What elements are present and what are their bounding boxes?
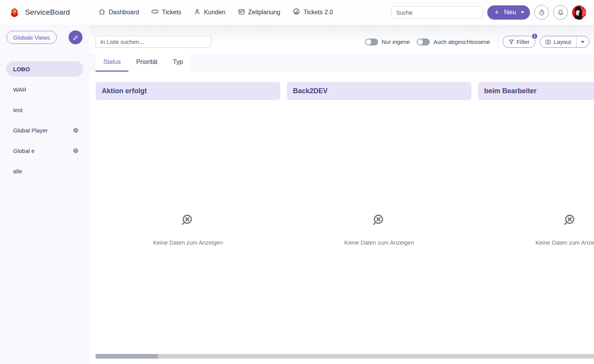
empty-state: Keine Daten zum Anzeigen — [478, 213, 594, 246]
column-title: beim Bearbeiter — [484, 87, 537, 95]
grouping-tabs: Status Priorität Typ — [96, 54, 190, 72]
no-data-icon — [180, 213, 195, 229]
horizontal-scrollbar[interactable] — [96, 354, 594, 359]
kanban-board[interactable]: Aktion erfolgt Keine Daten zum Anzeigen … — [96, 82, 594, 336]
view-item-war[interactable]: WAR — [6, 82, 83, 97]
nav-item-dashboard[interactable]: Dashboard — [98, 8, 139, 17]
no-data-text: Keine Daten zum Anzeigen — [344, 239, 414, 246]
nav-label: Tickets 2.0 — [303, 9, 333, 16]
column-title: Back2DEV — [293, 87, 328, 95]
global-views-button[interactable]: Globale Views — [7, 31, 57, 44]
top-navbar: ServiceBoard Dashboard Tickets Kunden Ze… — [0, 0, 594, 25]
main-content: Nur eigene Auch abgeschlossene Filter 1 — [89, 25, 594, 364]
ticket-icon — [151, 8, 159, 17]
column-header[interactable]: Aktion erfolgt — [96, 82, 280, 100]
no-data-text: Keine Daten zum Anzeigen — [153, 239, 223, 246]
main-nav: Dashboard Tickets Kunden Zeitplanung Tic… — [98, 8, 333, 17]
column-header[interactable]: beim Bearbeiter — [478, 82, 594, 100]
empty-state: Keine Daten zum Anzeigen — [287, 213, 471, 246]
filter-button-wrap: Filter 1 — [503, 36, 535, 48]
views-sidebar: Globale Views LOBO WAR test Global Playe… — [0, 25, 89, 364]
view-item-label: alle — [13, 168, 22, 174]
brand: ServiceBoard — [9, 7, 98, 18]
nav-label: Kunden — [204, 9, 225, 16]
view-item-global-e[interactable]: Global e — [6, 143, 83, 158]
tabs-spacer — [190, 54, 594, 72]
no-data-icon — [563, 213, 578, 229]
view-item-label: Global e — [13, 148, 35, 154]
timer-button[interactable] — [534, 5, 549, 20]
user-avatar[interactable] — [572, 5, 586, 20]
plus-icon: + — [493, 8, 501, 16]
view-list: LOBO WAR test Global Player Global e — [0, 61, 89, 179]
new-button-label: Neu — [504, 8, 516, 16]
layout-button[interactable]: Layout — [540, 36, 576, 47]
tab-prioritaet[interactable]: Priorität — [128, 54, 165, 72]
app-title: ServiceBoard — [25, 8, 70, 17]
view-item-label: LOBO — [13, 66, 30, 72]
view-item-global-player[interactable]: Global Player — [6, 122, 83, 138]
phoenix-logo-icon — [9, 7, 20, 18]
layout-split-button: Layout — [540, 36, 589, 48]
toolbar-divider — [498, 37, 498, 47]
scrollbar-thumb[interactable] — [96, 354, 158, 359]
view-item-label: Global Player — [13, 127, 48, 134]
filter-label: Filter — [517, 39, 529, 45]
column-header[interactable]: Back2DEV — [287, 82, 471, 100]
kanban-board-clip: Aktion erfolgt Keine Daten zum Anzeigen … — [96, 82, 594, 336]
home-icon — [98, 8, 106, 17]
edit-views-button[interactable] — [69, 30, 82, 44]
column-title: Aktion erfolgt — [102, 87, 147, 95]
nav-item-tickets[interactable]: Tickets — [151, 8, 181, 17]
board-column-aktion-erfolgt: Aktion erfolgt Keine Daten zum Anzeigen — [96, 82, 280, 336]
view-item-alle[interactable]: alle — [6, 163, 83, 179]
gauge-icon — [293, 8, 300, 17]
stopwatch-icon — [538, 9, 545, 16]
nav-item-kunden[interactable]: Kunden — [194, 8, 225, 17]
no-data-text: Keine Daten zum Anzeigen — [535, 239, 594, 246]
nav-item-zeitplanung[interactable]: Zeitplanung — [238, 8, 281, 17]
tab-status[interactable]: Status — [96, 54, 128, 72]
navbar-right: + Neu — [391, 5, 586, 20]
toggle-knob — [417, 39, 423, 45]
include-closed-toggle[interactable] — [417, 39, 430, 45]
nav-item-tickets-2[interactable]: Tickets 2.0 — [293, 8, 333, 17]
empty-state: Keine Daten zum Anzeigen — [96, 213, 280, 246]
nav-label: Dashboard — [109, 9, 139, 16]
filter-button[interactable]: Filter — [503, 36, 535, 48]
grouping-tabs-row: Status Priorität Typ Buckets — [89, 54, 594, 72]
toggle-knob — [366, 39, 371, 45]
list-search-input[interactable] — [96, 36, 211, 48]
no-data-icon — [372, 213, 387, 229]
nav-label: Zeitplanung — [248, 9, 281, 16]
globe-icon — [73, 127, 79, 133]
funnel-icon — [508, 39, 514, 45]
include-closed-label: Auch abgeschlossene — [433, 39, 490, 45]
calendar-icon — [238, 8, 245, 17]
person-icon — [194, 8, 201, 17]
only-own-label: Nur eigene — [382, 39, 410, 45]
notifications-button[interactable] — [553, 5, 568, 20]
view-item-label: WAR — [13, 86, 26, 93]
layout-dropdown-button[interactable] — [577, 36, 589, 47]
pencil-icon — [73, 35, 79, 40]
view-item-lobo[interactable]: LOBO — [6, 61, 83, 77]
new-button[interactable]: + Neu — [487, 5, 530, 20]
global-search-input[interactable] — [391, 6, 483, 19]
bell-icon — [557, 9, 564, 16]
chevron-down-icon — [521, 11, 524, 13]
layout-columns-icon — [545, 39, 551, 45]
nav-label: Tickets — [162, 9, 181, 16]
only-own-toggle[interactable] — [365, 39, 378, 45]
view-item-test[interactable]: test — [6, 102, 83, 117]
layout-label: Layout — [554, 39, 571, 45]
tab-typ[interactable]: Typ — [165, 54, 190, 72]
board-column-beim-bearbeiter: beim Bearbeiter Keine Daten zum Anzeigen — [478, 82, 594, 336]
view-item-label: test — [13, 107, 22, 113]
filter-count-badge: 1 — [531, 33, 538, 40]
globe-icon — [73, 148, 79, 154]
board-column-back2dev: Back2DEV Keine Daten zum Anzeigen — [287, 82, 471, 336]
board-toolbar: Nur eigene Auch abgeschlossene Filter 1 — [89, 25, 594, 54]
